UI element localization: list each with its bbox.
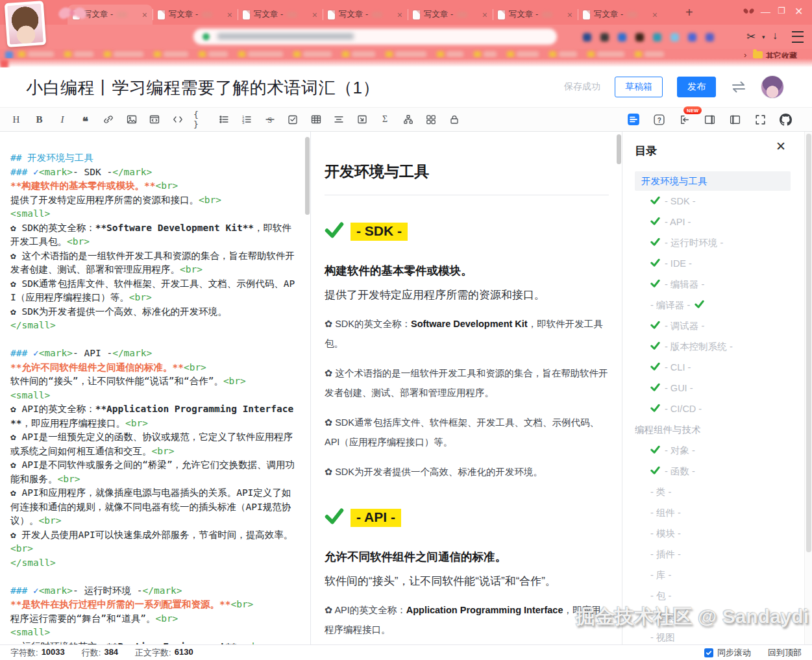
export-icon[interactable] <box>355 112 369 127</box>
lock-icon[interactable] <box>447 112 461 127</box>
scrollbar-thumb[interactable] <box>806 134 811 552</box>
chevron-down-icon[interactable]: ▾ <box>762 34 765 40</box>
browser-tab[interactable]: 写文章 -× <box>238 5 323 25</box>
bookmark-item-blurred[interactable] <box>507 51 539 57</box>
code-block-icon[interactable] <box>147 112 162 127</box>
browser-tab[interactable]: 写文章 -× <box>153 5 238 25</box>
outline-icon[interactable] <box>626 112 641 127</box>
preview-scrollbar[interactable] <box>617 134 621 164</box>
braces-icon[interactable]: { } <box>193 112 208 127</box>
bookmark-item-blurred[interactable] <box>587 51 624 57</box>
tab-close-icon[interactable]: × <box>567 10 572 19</box>
bullet-list-icon[interactable] <box>217 112 231 127</box>
toc-item[interactable]: - CLI - <box>635 357 791 378</box>
extension-icon-blurred[interactable] <box>706 33 714 42</box>
browser-tab[interactable]: 写文章 -× <box>408 5 493 25</box>
browser-tab[interactable]: 写文章 -× <box>323 5 408 25</box>
bookmark-item-blurred[interactable] <box>386 51 426 57</box>
extension-icon-blurred[interactable] <box>653 33 661 42</box>
layout-right-icon[interactable] <box>702 112 717 127</box>
help-icon[interactable]: ? <box>652 112 666 127</box>
toc-item[interactable]: - 插件 - <box>635 544 791 565</box>
toc-item[interactable]: - 对象 - <box>635 440 791 461</box>
toc-item[interactable]: - IDE - <box>635 253 791 274</box>
formula-icon[interactable]: Σ <box>378 112 392 127</box>
extension-icon-blurred[interactable] <box>671 33 679 42</box>
bold-icon[interactable]: B <box>32 112 47 127</box>
theme-bow-icon[interactable] <box>744 7 754 15</box>
heading-icon[interactable]: H <box>9 112 23 127</box>
close-window-button[interactable]: ✕ <box>794 6 803 17</box>
link-icon[interactable] <box>101 112 116 127</box>
maximize-button[interactable]: ❐ <box>778 6 785 15</box>
tab-close-icon[interactable]: × <box>227 10 232 19</box>
github-icon[interactable] <box>778 112 793 127</box>
new-tab-button[interactable]: + <box>685 5 693 20</box>
toc-item[interactable]: - 函数 - <box>635 461 791 482</box>
toc-item[interactable]: 编程组件与技术 <box>635 419 791 440</box>
bookmark-items-blurred[interactable] <box>18 51 664 57</box>
image-icon[interactable] <box>125 112 139 127</box>
close-icon[interactable]: ✕ <box>776 140 786 153</box>
bookmark-item-blurred[interactable] <box>18 51 54 57</box>
window-scrollbar[interactable] <box>804 132 812 644</box>
markdown-source-editor[interactable]: ## 开发环境与工具### ✓<mark>- SDK -</mark>**构建软… <box>0 132 311 644</box>
checkbox-checked-icon[interactable] <box>704 648 713 657</box>
bookmark-item-blurred[interactable] <box>199 51 228 57</box>
toc-item[interactable]: - 类 - <box>635 482 791 502</box>
strikethrough-icon[interactable]: S <box>263 112 277 127</box>
extension-icon-blurred[interactable] <box>583 33 591 42</box>
extension-icon-blurred[interactable] <box>618 33 626 42</box>
tab-close-icon[interactable]: × <box>397 10 402 19</box>
toc-item[interactable]: - CI/CD - <box>635 398 791 419</box>
bookmark-item-blurred[interactable] <box>104 51 143 57</box>
publish-button[interactable]: 发布 <box>677 77 716 97</box>
extension-icon-blurred[interactable] <box>600 33 609 42</box>
toc-item[interactable]: - 组件 - <box>635 502 791 523</box>
scissors-icon[interactable]: ✂ <box>746 30 756 43</box>
ordered-list-icon[interactable]: 123 <box>240 112 254 127</box>
toc-item[interactable]: - SDK - <box>635 191 791 212</box>
tab-close-icon[interactable]: × <box>142 10 147 19</box>
extension-icon-blurred[interactable] <box>688 33 696 42</box>
toc-item[interactable]: - 运行时环境 - <box>635 232 791 253</box>
browser-tab[interactable]: 写文章 -× <box>578 5 663 25</box>
toc-item[interactable]: - 模块 - <box>635 523 791 544</box>
toc-item[interactable]: - GUI - <box>635 378 791 398</box>
bookmark-item-blurred[interactable] <box>238 51 283 57</box>
italic-icon[interactable]: I <box>55 112 69 127</box>
toc-item[interactable]: - 版本控制系统 - <box>635 336 791 357</box>
menu-icon[interactable] <box>792 31 804 43</box>
download-icon[interactable]: ↓ <box>772 30 778 42</box>
toc-item[interactable]: - 编辑器 - <box>635 274 791 295</box>
tab-close-icon[interactable]: × <box>482 10 487 19</box>
tab-close-icon[interactable]: × <box>652 10 658 19</box>
toc-item[interactable]: - 编译器 - <box>635 295 791 315</box>
bookmark-item-blurred[interactable] <box>635 51 664 57</box>
fullscreen-icon[interactable] <box>753 112 767 127</box>
toc-item[interactable]: - API - <box>635 212 791 232</box>
toc-item[interactable]: - 库 - <box>635 565 791 585</box>
tab-close-icon[interactable]: × <box>312 10 317 19</box>
avatar[interactable] <box>761 76 783 98</box>
quote-icon[interactable]: ❝ <box>79 112 93 127</box>
back-to-top-button[interactable]: 回到顶部 <box>768 647 802 659</box>
minimize-button[interactable]: — <box>761 6 770 16</box>
bookmark-item-blurred[interactable] <box>64 51 93 57</box>
toc-item[interactable]: 开发环境与工具 <box>635 171 791 191</box>
sync-switch-icon[interactable] <box>730 80 747 93</box>
bookmark-item-blurred[interactable] <box>437 51 463 57</box>
editor-scrollbar[interactable] <box>305 137 310 215</box>
inline-code-icon[interactable] <box>171 112 185 127</box>
bookmark-item-blurred[interactable] <box>474 51 497 57</box>
grid-icon[interactable] <box>424 112 438 127</box>
article-title-input[interactable]: 小白编程丨学习编程需要了解的术语词汇（1） <box>26 77 380 99</box>
task-list-icon[interactable] <box>286 112 300 127</box>
sync-scroll-toggle[interactable]: 同步滚动 <box>704 647 751 659</box>
browser-tab[interactable]: 写文章 -× <box>493 5 578 25</box>
bookmark-item-blurred[interactable] <box>342 51 375 57</box>
bookmark-item-blurred[interactable] <box>549 51 577 57</box>
toc-item[interactable]: - 调试器 - <box>635 315 791 336</box>
diagram-icon[interactable] <box>401 112 415 127</box>
align-icon[interactable] <box>332 112 346 127</box>
